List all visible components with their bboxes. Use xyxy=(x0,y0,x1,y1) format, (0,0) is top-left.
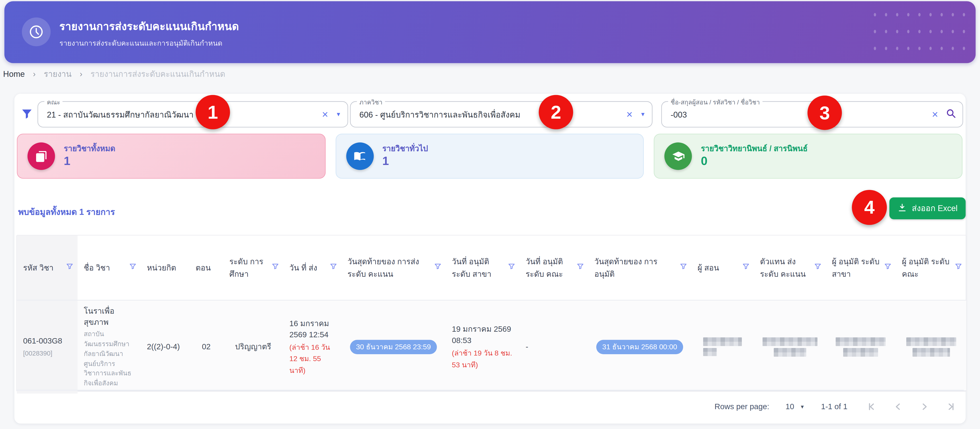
cell-submit-delegate-redacted xyxy=(754,300,826,393)
column-header-level: ระดับ การ ศึกษา xyxy=(223,235,283,300)
column-header-credits: หน่วยกิต xyxy=(140,235,189,300)
last-page-button[interactable] xyxy=(945,401,956,413)
redacted-text xyxy=(703,348,717,356)
breadcrumb-reports[interactable]: รายงาน xyxy=(44,67,72,80)
redacted-text xyxy=(762,337,817,346)
redacted-text xyxy=(773,348,806,357)
column-header-submit-delegate: ตัวแทน ส่ง ระดับ คะแนน xyxy=(754,235,826,300)
column-filter-icon[interactable] xyxy=(576,261,584,274)
table-row: 061-003G8 [0028390] โนราเพื่อ สุขภาพ สถา… xyxy=(17,300,966,391)
page: รายงานการส่งระดับคะแนนเกินกำหนด รายงานกา… xyxy=(0,0,980,429)
course-code-ref: [0028390] xyxy=(23,348,52,358)
result-count-text: พบข้อมูลทั้งหมด 1 รายการ xyxy=(18,205,115,219)
export-excel-label: ส่งออก Excel xyxy=(912,202,958,215)
stat-value: 1 xyxy=(64,154,70,168)
cell-course-code: 061-003G8 [0028390] xyxy=(17,300,78,393)
cell-level: ปริญญาตรี xyxy=(223,300,283,393)
report-table: รหัส วิชา ชื่อ วิชา หน่วยกิต ตอน ระดับ ก… xyxy=(16,235,967,392)
breadcrumb-current: รายงานการส่งระดับคะแนนเกินกำหนด xyxy=(91,67,225,80)
stat-card-general-courses: รายวิชาทั่วไป 1 xyxy=(336,134,644,179)
column-filter-icon[interactable] xyxy=(329,261,337,274)
stat-label: รายวิชาวิทยานิพนธ์ / สารนิพนธ์ xyxy=(701,143,808,155)
chevron-down-icon[interactable]: ▼ xyxy=(640,111,646,117)
pagination-bar: Rows per page: 10 ▼ 1-1 of 1 xyxy=(16,390,964,423)
dot-pattern-decoration xyxy=(869,6,970,59)
page-subtitle: รายงานการส่งระดับคะแนนและการอนุมัติเกินก… xyxy=(59,37,223,49)
column-header-faculty-approver: ผู้ อนุมัติ ระดับ คณะ xyxy=(896,235,966,300)
annotation-badge-2: 2 xyxy=(539,95,573,129)
column-header-instructor: ผู้ สอน xyxy=(691,235,754,300)
page-header: รายงานการส่งระดับคะแนนเกินกำหนด รายงานกา… xyxy=(5,2,976,63)
rows-per-page-value: 10 xyxy=(786,402,794,411)
stat-card-thesis-courses: รายวิชาวิทยานิพนธ์ / สารนิพนธ์ 0 xyxy=(654,134,963,179)
cell-submit-date: 16 มกราคม 2569 12:54 (ล่าช้า 16 วัน 12 ช… xyxy=(283,300,341,393)
chevron-down-icon[interactable]: ▼ xyxy=(336,111,341,117)
graduation-cap-icon xyxy=(665,143,692,170)
cell-dept-approve-date: 19 มกราคม 2569 08:53 (ล่าช้า 19 วัน 8 ชม… xyxy=(445,300,519,393)
column-filter-icon[interactable] xyxy=(271,261,279,274)
column-filter-icon[interactable] xyxy=(66,261,74,274)
open-book-icon xyxy=(346,143,374,170)
cell-faculty-approver-redacted xyxy=(896,300,966,393)
annotation-badge-1: 1 xyxy=(196,95,230,129)
column-header-submit-deadline: วันสุดท้ายของ การส่งระดับ คะแนน xyxy=(341,235,445,300)
column-filter-icon[interactable] xyxy=(434,261,442,274)
redacted-text xyxy=(843,348,878,357)
download-icon xyxy=(897,203,907,214)
breadcrumb: Home › รายงาน › รายงานการส่งระดับคะแนนเก… xyxy=(3,65,225,83)
previous-page-button[interactable] xyxy=(892,401,904,413)
column-header-dept-approver: ผู้ อนุมัติ ระดับ สาขา xyxy=(826,235,896,300)
cell-faculty-approve-date: - xyxy=(519,300,588,393)
stat-card-total-courses: รายวิชาทั้งหมด 1 xyxy=(17,134,325,179)
rows-per-page-select[interactable]: 10 ▼ xyxy=(786,402,805,411)
column-header-approve-deadline: วันสุดท้ายของ การอนุมัติ xyxy=(588,235,691,300)
faculty-select[interactable]: คณะ 21 - สถาบันวัฒนธรรมศึกษากัลยาณิวัฒนา… xyxy=(37,101,348,127)
clear-icon[interactable]: × xyxy=(322,109,328,120)
department-select[interactable]: ภาควิชา 606 - ศูนย์บริการวิชาการและพันธก… xyxy=(350,101,652,127)
column-filter-icon[interactable] xyxy=(508,261,515,274)
column-filter-icon[interactable] xyxy=(814,261,822,274)
content-card: คณะ 21 - สถาบันวัฒนธรรมศึกษากัลยาณิวัฒนา… xyxy=(14,94,966,424)
column-header-faculty-approve-date: วันที่ อนุมัติ ระดับ คณะ xyxy=(519,235,588,300)
deadline-chip: 31 ธันวาคม 2568 00:00 xyxy=(596,340,683,354)
column-header-submit-date: วัน ที่ ส่ง xyxy=(283,235,341,300)
chevron-down-icon: ▼ xyxy=(800,404,805,409)
column-header-dept-approve-date: วันที่ อนุมัติ ระดับ สาขา xyxy=(445,235,519,300)
breadcrumb-home[interactable]: Home xyxy=(3,69,25,78)
cell-approve-deadline: 31 ธันวาคม 2568 00:00 xyxy=(588,300,691,393)
chevron-right-icon: › xyxy=(33,69,36,78)
filter-icon xyxy=(21,108,33,122)
cell-course-name: โนราเพื่อ สุขภาพ สถาบัน วัฒนธรรมศึกษา กั… xyxy=(78,300,140,393)
pagination-range: 1-1 of 1 xyxy=(821,402,848,411)
column-filter-icon[interactable] xyxy=(129,261,137,274)
next-page-button[interactable] xyxy=(919,401,930,413)
redacted-text xyxy=(703,337,742,346)
clear-icon[interactable]: × xyxy=(932,109,938,120)
export-excel-button[interactable]: ส่งออก Excel xyxy=(889,197,966,219)
column-filter-icon[interactable] xyxy=(742,261,750,274)
clear-icon[interactable]: × xyxy=(626,109,633,120)
rows-per-page-label: Rows per page: xyxy=(714,402,769,411)
stat-label: รายวิชาทั้งหมด xyxy=(64,143,115,155)
annotation-badge-4: 4 xyxy=(852,190,887,225)
page-title: รายงานการส่งระดับคะแนนเกินกำหนด xyxy=(59,17,239,35)
redacted-text xyxy=(836,337,886,346)
late-submit-note: (ล่าช้า 16 วัน 12 ชม. 55 นาที) xyxy=(290,342,335,376)
table-header-row: รหัส วิชา ชื่อ วิชา หน่วยกิต ตอน ระดับ ก… xyxy=(17,235,966,300)
cell-section: 02 xyxy=(189,300,223,393)
annotation-badge-3: 3 xyxy=(808,95,842,130)
search-icon[interactable] xyxy=(946,108,956,121)
deadline-chip: 30 ธันวาคม 2568 23:59 xyxy=(350,340,437,354)
column-filter-icon[interactable] xyxy=(679,261,687,274)
column-header-course-code: รหัส วิชา xyxy=(17,235,78,300)
column-filter-icon[interactable] xyxy=(884,261,892,274)
search-value: -003 xyxy=(671,102,687,127)
late-approve-note: (ล่าช้า 19 วัน 8 ชม. 53 นาที) xyxy=(452,348,513,370)
column-filter-icon[interactable] xyxy=(955,261,963,274)
cell-instructor-redacted xyxy=(691,300,754,393)
first-page-button[interactable] xyxy=(866,401,878,413)
cell-dept-approver-redacted xyxy=(826,300,896,393)
chevron-right-icon: › xyxy=(80,69,83,78)
course-list-icon xyxy=(27,143,55,170)
cell-credits: 2((2)-0-4) xyxy=(140,300,189,393)
